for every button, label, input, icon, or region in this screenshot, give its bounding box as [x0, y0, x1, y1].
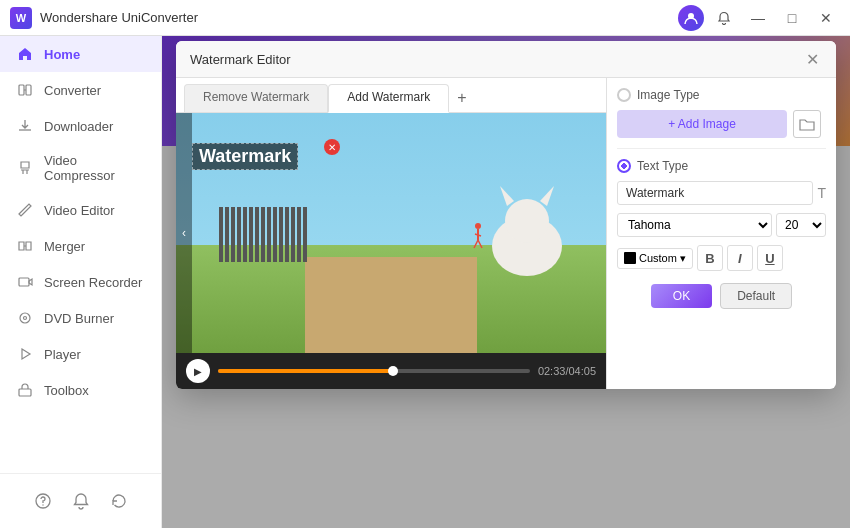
svg-line-15	[474, 240, 478, 248]
sidebar-item-merger[interactable]: Merger	[0, 228, 161, 264]
svg-rect-6	[19, 389, 31, 396]
progress-bar[interactable]	[218, 369, 530, 373]
dvd-label: DVD Burner	[44, 311, 114, 326]
user-avatar[interactable]	[678, 5, 704, 31]
title-bar-left: W Wondershare UniConverter	[10, 7, 198, 29]
fence-post-6	[249, 207, 253, 262]
folder-browse-button[interactable]	[793, 110, 821, 138]
sidebar-item-video-compressor[interactable]: Video Compressor	[0, 144, 161, 192]
add-image-row: + Add Image	[617, 110, 826, 138]
sidebar-item-home[interactable]: Home	[0, 36, 161, 72]
toolbox-label: Toolbox	[44, 383, 89, 398]
merger-label: Merger	[44, 239, 85, 254]
watermark-text-input[interactable]	[617, 181, 813, 205]
color-swatch	[624, 252, 636, 264]
fence-post-14	[297, 207, 301, 262]
fence-post-7	[255, 207, 259, 262]
fence-post-2	[225, 207, 229, 262]
svg-line-17	[475, 234, 481, 236]
fence-post-13	[291, 207, 295, 262]
divider	[617, 148, 826, 149]
title-bar: W Wondershare UniConverter — □ ✕	[0, 0, 850, 36]
recorder-icon	[16, 273, 34, 291]
cat-figure	[482, 176, 572, 276]
tab-add-watermark[interactable]: Add Watermark	[328, 84, 449, 113]
fence-post-9	[267, 207, 271, 262]
home-icon	[16, 45, 34, 63]
text-type-radio[interactable]	[617, 159, 631, 173]
watermark-overlay-text[interactable]: Watermark	[192, 143, 298, 170]
play-button[interactable]: ▶	[186, 359, 210, 383]
recorder-label: Screen Recorder	[44, 275, 142, 290]
sidebar-item-video-editor[interactable]: Video Editor	[0, 192, 161, 228]
sidebar-item-downloader[interactable]: Downloader	[0, 108, 161, 144]
sidebar-item-converter[interactable]: Converter	[0, 72, 161, 108]
sidebar-item-screen-recorder[interactable]: Screen Recorder	[0, 264, 161, 300]
dialog-close-button[interactable]: ✕	[802, 49, 822, 69]
svg-point-4	[20, 313, 30, 323]
watermark-editor-dialog: Watermark Editor ✕ Remove Watermark Add …	[176, 41, 836, 389]
sidebar-bottom	[0, 473, 161, 528]
svg-line-16	[478, 240, 482, 248]
default-button[interactable]: Default	[720, 283, 792, 309]
left-arrow-button[interactable]: ‹	[176, 113, 192, 353]
color-label: Custom	[639, 252, 677, 264]
converter-label: Converter	[44, 83, 101, 98]
add-tab-button[interactable]: +	[449, 84, 474, 112]
video-preview: Watermark ✕ ‹	[176, 113, 606, 353]
toolbox-icon	[16, 381, 34, 399]
fence-post-3	[231, 207, 235, 262]
progress-handle[interactable]	[388, 366, 398, 376]
text-type-option: Text Type	[617, 159, 826, 173]
app-title: Wondershare UniConverter	[40, 10, 198, 25]
sidebar-item-toolbox[interactable]: Toolbox	[0, 372, 161, 408]
font-row: Tahoma 20	[617, 213, 826, 237]
scene-path	[305, 257, 477, 353]
close-button[interactable]: ✕	[812, 4, 840, 32]
sidebar-item-dvd-burner[interactable]: DVD Burner	[0, 300, 161, 336]
font-family-select[interactable]: Tahoma	[617, 213, 772, 237]
tab-remove-watermark[interactable]: Remove Watermark	[184, 84, 328, 112]
video-side: Remove Watermark Add Watermark +	[176, 78, 606, 389]
image-type-radio[interactable]	[617, 88, 631, 102]
maximize-button[interactable]: □	[778, 4, 806, 32]
sidebar-item-player[interactable]: Player	[0, 336, 161, 372]
time-total: 04:05	[568, 365, 596, 377]
svg-marker-11	[500, 186, 514, 206]
dialog-header: Watermark Editor ✕	[176, 41, 836, 78]
notification-icon[interactable]	[70, 490, 92, 512]
italic-button[interactable]: I	[727, 245, 753, 271]
video-controls: ▶ 02:33/04:05	[176, 353, 606, 389]
color-picker-button[interactable]: Custom ▾	[617, 248, 693, 269]
color-dropdown-arrow: ▾	[680, 252, 686, 265]
watermark-remove-button[interactable]: ✕	[324, 139, 340, 155]
add-image-button[interactable]: + Add Image	[617, 110, 787, 138]
app-logo: W	[10, 7, 32, 29]
refresh-icon[interactable]	[108, 490, 130, 512]
font-size-select[interactable]: 20	[776, 213, 826, 237]
downloader-icon	[16, 117, 34, 135]
svg-marker-12	[540, 186, 554, 206]
fence-post-15	[303, 207, 307, 262]
text-type-label: Text Type	[637, 159, 688, 173]
editor-icon	[16, 201, 34, 219]
dialog-tabs: Remove Watermark Add Watermark +	[176, 78, 606, 113]
help-icon[interactable]	[32, 490, 54, 512]
fence-post-5	[243, 207, 247, 262]
fence-post-8	[261, 207, 265, 262]
fence-post-1	[219, 207, 223, 262]
progress-fill	[218, 369, 393, 373]
watermark-text-row: T	[617, 181, 826, 205]
svg-point-10	[505, 199, 549, 243]
sidebar: Home Converter Downloader Video Compress…	[0, 36, 162, 528]
time-display: 02:33/04:05	[538, 365, 596, 377]
minimize-button[interactable]: —	[744, 4, 772, 32]
dialog-overlay: Watermark Editor ✕ Remove Watermark Add …	[162, 36, 850, 528]
bold-button[interactable]: B	[697, 245, 723, 271]
compressor-label: Video Compressor	[44, 153, 145, 183]
main-layout: Home Converter Downloader Video Compress…	[0, 36, 850, 528]
fence-post-11	[279, 207, 283, 262]
ok-button[interactable]: OK	[651, 284, 712, 308]
underline-button[interactable]: U	[757, 245, 783, 271]
bell-icon-titlebar[interactable]	[710, 4, 738, 32]
